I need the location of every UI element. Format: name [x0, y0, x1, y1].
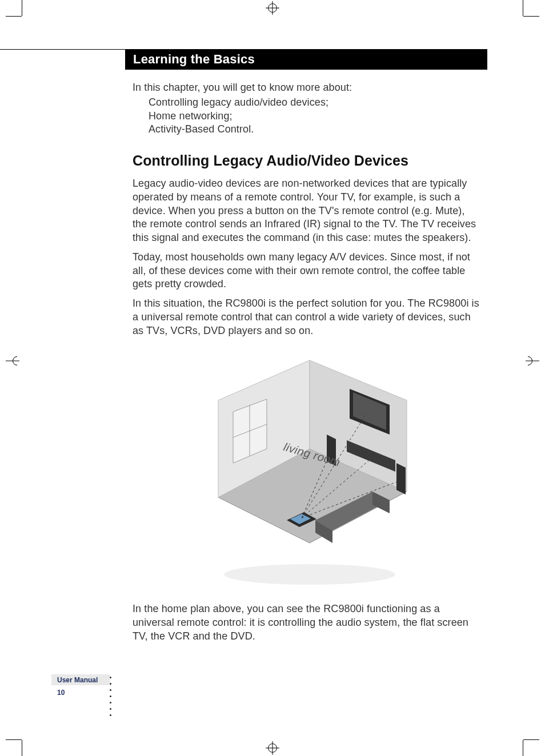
body-paragraph: In this situation, the RC9800i is the pe… [133, 297, 481, 337]
crop-mark [523, 0, 523, 16]
room-diagram-icon [184, 349, 430, 589]
footer-dots-icon [110, 677, 111, 716]
section-heading: Controlling Legacy Audio/Video Devices [133, 151, 481, 170]
divider [0, 49, 125, 50]
crop-mark [22, 740, 22, 756]
crop-mark [6, 16, 22, 17]
page-number: 10 [57, 689, 126, 697]
intro-bullet: Activity-Based Control. [149, 123, 481, 136]
intro-bullet: Home networking; [149, 110, 481, 123]
intro-bullet: Controlling legacy audio/video devices; [149, 96, 481, 110]
body-paragraph: Today, most households own many legacy A… [133, 251, 481, 291]
footer-label: User Manual [57, 676, 98, 684]
registration-mark-icon [266, 741, 279, 755]
registration-mark-icon [6, 354, 19, 368]
figure-caption: In the home plan above, you can see the … [133, 602, 481, 643]
body-column: In this chapter, you will get to know mo… [133, 81, 481, 649]
footer-label-bar: User Manual [51, 674, 110, 685]
svg-marker-13 [396, 463, 406, 494]
living-room-illustration: living room [184, 349, 430, 589]
crop-mark [22, 0, 22, 16]
intro-lead: In this chapter, you will get to know mo… [133, 81, 481, 95]
page-footer: User Manual 10 [51, 674, 126, 697]
registration-mark-icon [266, 1, 279, 15]
crop-mark [523, 740, 523, 756]
body-paragraph: Legacy audio-video devices are non-netwo… [133, 177, 481, 245]
svg-point-20 [224, 564, 395, 585]
crop-mark [6, 739, 22, 740]
crop-mark [523, 16, 539, 17]
chapter-title: Learning the Basics [133, 52, 255, 67]
chapter-header: Learning the Basics [125, 49, 487, 70]
registration-mark-icon [526, 354, 539, 368]
crop-mark [523, 739, 539, 740]
